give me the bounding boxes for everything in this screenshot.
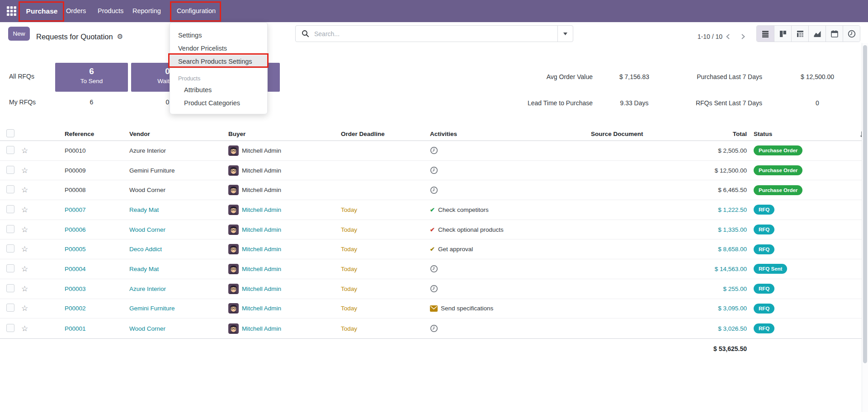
activity-cell[interactable]: ✔Check optional products [427,226,585,233]
column-header-source-document[interactable]: Source Document [585,131,705,137]
activity-cell[interactable]: Send specifications [427,305,585,312]
activity-cell[interactable] [427,166,585,174]
favorite-star-icon[interactable]: ☆ [21,245,28,253]
table-row[interactable]: ☆ P00009 Gemini Furniture Mitchell Admin… [0,161,868,181]
total-cell: $ 255.00 [705,286,749,292]
activity-cell[interactable] [427,146,585,154]
table-row[interactable]: ☆ P00006 Wood Corner Mitchell Admin Toda… [0,220,868,240]
calendar-view-button[interactable] [826,26,843,42]
table-row[interactable]: ☆ P00003 Azure Interior Mitchell Admin T… [0,279,868,299]
activity-cell[interactable] [427,285,585,293]
select-all-checkbox[interactable] [6,129,14,137]
activity-cell[interactable] [427,265,585,273]
nav-menu-item[interactable]: Configuration [172,0,221,22]
column-header-total[interactable]: Total [705,131,749,137]
vendor-cell: Wood Corner [129,187,228,193]
total-cell: $ 3,095.00 [705,305,749,312]
column-header-activities[interactable]: Activities [427,131,585,137]
table-row[interactable]: ☆ P00004 Ready Mat Mitchell Admin Today … [0,259,868,279]
activity-cell[interactable]: ✔Get approval [427,246,585,253]
search-dropdown-toggle[interactable] [557,26,573,42]
config-menu-item[interactable]: Search Products Settings [170,55,267,68]
row-checkbox[interactable] [6,304,14,312]
favorite-star-icon[interactable]: ☆ [21,225,28,234]
vendor-cell: Azure Interior [129,286,228,292]
pager-previous-button[interactable] [722,31,734,43]
row-checkbox[interactable] [6,146,14,154]
status-badge: RFQ [754,304,774,314]
apps-menu-icon[interactable] [6,6,17,16]
vendor-cell: Wood Corner [129,325,228,332]
activity-cell[interactable] [427,186,585,194]
person-avatar-icon [228,225,239,235]
table-row[interactable]: ☆ P00010 Azure Interior Mitchell Admin $… [0,141,868,161]
column-header-reference[interactable]: Reference [34,131,129,137]
row-checkbox[interactable] [6,205,14,213]
deadline-cell: Today [337,325,427,332]
nav-menu-item[interactable]: Reporting [132,0,161,22]
vendor-cell: Azure Interior [129,147,228,154]
nav-menu-item[interactable]: Purchase [20,0,64,22]
column-header-status[interactable]: Status [749,131,859,137]
status-badge: RFQ [754,284,774,294]
table-row[interactable]: ☆ P00002 Gemini Furniture Mitchell Admin… [0,299,868,319]
list-view-button[interactable] [757,26,774,42]
buyer-avatar [228,303,239,314]
caret-down-icon [563,33,567,35]
buyer-name: Mitchell Admin [242,305,281,312]
nav-menu-item[interactable]: Orders [66,0,86,22]
config-menu-item[interactable]: Vendor Pricelists [170,42,267,55]
kpi-lead-time: 9.33 Days [603,99,666,107]
search-icon [302,30,309,37]
favorite-star-icon[interactable]: ☆ [21,166,28,175]
row-checkbox[interactable] [6,264,14,272]
favorite-star-icon[interactable]: ☆ [21,324,28,333]
activity-view-icon [847,29,856,38]
table-row[interactable]: ☆ P00005 Deco Addict Mitchell Admin Toda… [0,239,868,259]
search-input[interactable] [313,30,557,38]
activity-view-button[interactable] [843,26,860,42]
config-menu-section-label: Products [170,72,267,84]
activity-label: Send specifications [441,305,493,312]
column-header-buyer[interactable]: Buyer [228,131,337,137]
activity-cell[interactable] [427,324,585,332]
activity-cell[interactable]: ✔Check competitors [427,206,585,213]
row-checkbox[interactable] [6,225,14,233]
pivot-view-button[interactable] [791,26,808,42]
gear-icon[interactable]: ⚙ [117,33,123,41]
scrollbar-thumb[interactable] [863,45,867,363]
graph-view-icon [813,29,822,38]
favorite-star-icon[interactable]: ☆ [21,285,28,293]
column-header-vendor[interactable]: Vendor [129,131,228,137]
my-rfq-count[interactable]: 6 [55,98,128,106]
activity-label: Check competitors [438,206,489,213]
config-menu-item[interactable]: Settings [170,29,267,42]
table-row[interactable]: ☆ P00001 Wood Corner Mitchell Admin Toda… [0,318,868,338]
row-checkbox[interactable] [6,244,14,253]
config-menu-item[interactable]: Product Categories [170,97,267,110]
nav-menu-item[interactable]: Products [98,0,123,22]
table-row[interactable]: ☆ P00007 Ready Mat Mitchell Admin Today … [0,200,868,220]
pager-next-button[interactable] [737,31,749,43]
all-rfqs-label: All RFQs [9,73,34,80]
total-cell: $ 12,500.00 [705,167,749,174]
table-row[interactable]: ☆ P00008 Wood Corner Mitchell Admin $ 6,… [0,180,868,200]
purchase-dashboard: All RFQs 6 To Send 0 Waiting My RFQs 60 … [0,51,868,127]
config-menu-item[interactable]: Attributes [170,84,267,97]
new-button[interactable]: New [8,27,30,41]
calendar-view-icon [830,29,839,38]
rfq-stat-tile[interactable]: 6 To Send [55,63,128,92]
favorite-star-icon[interactable]: ☆ [21,146,28,155]
graph-view-button[interactable] [808,26,826,42]
row-checkbox[interactable] [6,185,14,193]
row-checkbox[interactable] [6,284,14,292]
favorite-star-icon[interactable]: ☆ [21,304,28,313]
column-header-order-deadline[interactable]: Order Deadline [337,131,427,137]
row-checkbox[interactable] [6,324,14,332]
kanban-view-button[interactable] [774,26,791,42]
favorite-star-icon[interactable]: ☆ [21,265,28,273]
row-checkbox[interactable] [6,166,14,174]
vendor-cell: Ready Mat [129,266,228,272]
favorite-star-icon[interactable]: ☆ [21,186,28,194]
favorite-star-icon[interactable]: ☆ [21,206,28,214]
